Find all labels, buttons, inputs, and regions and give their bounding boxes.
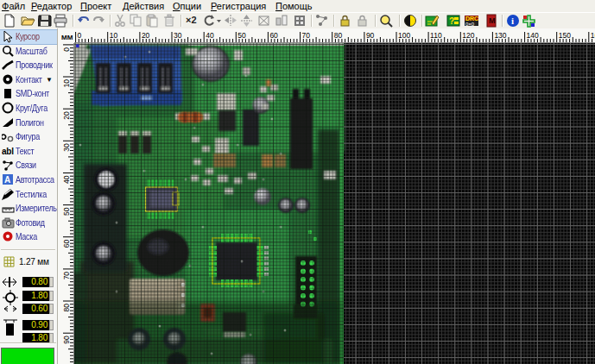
svg-text:30: 30	[62, 143, 71, 152]
svg-text:20: 20	[62, 111, 71, 120]
svg-text:90: 90	[62, 336, 71, 344]
svg-text:160: 160	[591, 31, 595, 40]
svg-text:110: 110	[430, 31, 442, 40]
svg-text:0: 0	[78, 31, 82, 40]
svg-text:20: 20	[142, 31, 150, 40]
svg-text:140: 140	[527, 31, 539, 40]
svg-text:100: 100	[398, 31, 410, 40]
svg-text:60: 60	[62, 239, 71, 248]
svg-text:0×0: 0×0	[465, 22, 475, 27]
svg-text:10: 10	[110, 31, 118, 40]
svg-text:130: 130	[494, 31, 506, 40]
svg-text:50: 50	[62, 207, 71, 216]
svg-text:A: A	[4, 175, 10, 185]
svg-text:M: M	[489, 16, 496, 25]
svg-text:60: 60	[269, 31, 278, 40]
svg-text:40: 40	[206, 31, 214, 40]
svg-text:10: 10	[62, 79, 71, 88]
svg-text:120: 120	[462, 31, 474, 40]
svg-text:abl: abl	[2, 147, 14, 156]
svg-text:i: i	[511, 16, 514, 26]
svg-text:150: 150	[559, 31, 571, 40]
svg-text:80: 80	[334, 31, 343, 40]
svg-text:30: 30	[174, 31, 182, 40]
svg-text:70: 70	[302, 31, 311, 40]
svg-text:50: 50	[237, 31, 246, 40]
svg-text:90: 90	[366, 31, 375, 40]
svg-text:?: ?	[449, 16, 454, 26]
svg-text:40: 40	[62, 175, 71, 184]
svg-text:0: 0	[62, 47, 71, 52]
svg-text:70: 70	[62, 272, 71, 280]
svg-text:80: 80	[62, 304, 71, 312]
